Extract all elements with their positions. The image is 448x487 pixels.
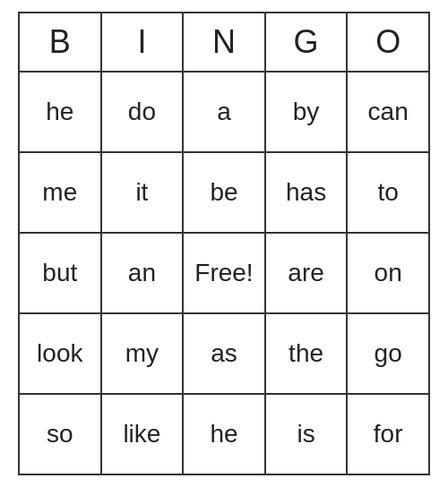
cell-0-3: by: [266, 73, 349, 151]
cell-4-1: like: [102, 395, 185, 474]
cell-1-3: has: [266, 153, 349, 232]
row-5: solikeheisfor: [20, 395, 428, 474]
cell-4-4: for: [348, 395, 428, 474]
cell-1-2: be: [184, 153, 266, 232]
cell-0-2: a: [184, 73, 266, 151]
cell-0-1: do: [102, 73, 185, 151]
header-cell-N: N: [184, 13, 266, 71]
row-3: butanFree!areon: [20, 234, 428, 314]
cell-3-2: as: [184, 314, 266, 393]
cell-3-3: the: [266, 314, 349, 393]
cell-2-2: Free!: [184, 234, 266, 312]
header-row: BINGO: [20, 13, 428, 73]
header-cell-G: G: [266, 13, 349, 71]
cell-4-0: so: [20, 395, 102, 474]
cell-2-1: an: [102, 234, 185, 312]
cell-3-0: look: [20, 314, 102, 393]
header-cell-B: B: [20, 13, 102, 71]
cell-1-0: me: [20, 153, 102, 232]
header-cell-I: I: [102, 13, 185, 71]
cell-1-4: to: [348, 153, 428, 232]
header-cell-O: O: [348, 13, 428, 71]
bingo-card: BINGO hedoabycan meitbehasto butanFree!a…: [18, 12, 430, 475]
row-1: hedoabycan: [20, 73, 428, 153]
cell-2-0: but: [20, 234, 102, 312]
cell-0-0: he: [20, 73, 102, 151]
cell-3-4: go: [348, 314, 428, 393]
cell-0-4: can: [348, 73, 428, 151]
cell-2-4: on: [348, 234, 428, 312]
row-2: meitbehasto: [20, 153, 428, 234]
cell-1-1: it: [102, 153, 185, 232]
cell-3-1: my: [102, 314, 185, 393]
cell-2-3: are: [266, 234, 349, 312]
row-4: lookmyasthego: [20, 314, 428, 395]
cell-4-2: he: [184, 395, 266, 474]
cell-4-3: is: [266, 395, 349, 474]
